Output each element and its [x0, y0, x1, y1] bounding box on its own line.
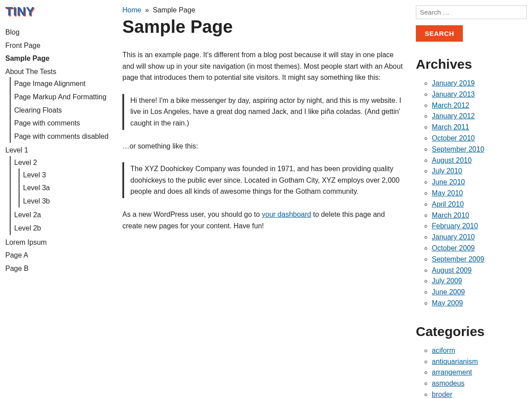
nav-link[interactable]: Blog	[5, 28, 20, 36]
archive-item: July 2009	[432, 276, 527, 287]
nav-link[interactable]: Page with comments disabled	[14, 133, 109, 140]
nav-link[interactable]: Level 2b	[14, 224, 41, 232]
archive-link[interactable]: April 2010	[432, 200, 464, 208]
search-input[interactable]	[416, 5, 527, 19]
archive-link[interactable]: July 2010	[432, 167, 462, 175]
archives-widget: Archives January 2019January 2013March 2…	[416, 57, 527, 309]
category-link[interactable]: asmodeus	[432, 379, 465, 387]
archive-item: July 2010	[432, 166, 527, 177]
content-paragraph: As a new WordPress user, you should go t…	[122, 209, 405, 231]
blockquote-text: The XYZ Doohickey Company was founded in…	[130, 163, 405, 197]
primary-nav: BlogFront PageSample PageAbout The Tests…	[5, 26, 112, 275]
nav-item: Level 2a	[14, 208, 112, 222]
nav-link[interactable]: Level 2a	[14, 211, 41, 219]
category-item: antiquarianism	[432, 356, 527, 368]
archive-item: January 2013	[432, 89, 527, 100]
nav-link[interactable]: Level 3b	[23, 197, 50, 205]
archive-item: March 2012	[432, 100, 527, 111]
archive-item: June 2009	[432, 287, 527, 298]
archive-item: September 2010	[432, 144, 527, 155]
content-text: As a new WordPress user, you should go t…	[122, 211, 262, 218]
content-blockquote: The XYZ Doohickey Company was founded in…	[122, 162, 405, 198]
archive-item: August 2010	[432, 155, 527, 166]
archive-item: October 2010	[432, 133, 527, 144]
archive-link[interactable]: August 2010	[432, 156, 472, 164]
archive-link[interactable]: May 2009	[432, 299, 463, 307]
archive-link[interactable]: October 2009	[432, 244, 475, 252]
breadcrumb-current: Sample Page	[153, 6, 196, 14]
archive-item: August 2009	[432, 265, 527, 276]
archive-link[interactable]: January 2019	[432, 79, 475, 87]
nav-item: Level 3a	[23, 181, 112, 195]
archive-link[interactable]: March 2012	[432, 102, 469, 109]
nav-link[interactable]: Clearing Floats	[14, 106, 62, 114]
dashboard-link[interactable]: your dashboard	[262, 211, 311, 218]
page-title: Sample Page	[122, 17, 405, 37]
nav-item: Level 1Level 2Level 3Level 3aLevel 3bLev…	[5, 144, 112, 235]
category-link[interactable]: aciform	[432, 347, 455, 354]
search-button[interactable]: SEARCH	[416, 25, 463, 42]
nav-link[interactable]: Page Markup And Formatting	[14, 93, 106, 101]
category-item: broder	[432, 389, 527, 399]
nav-item: Sample Page	[5, 52, 112, 65]
nav-link[interactable]: Level 3	[23, 171, 46, 179]
nav-link[interactable]: Level 1	[5, 146, 28, 154]
nav-item: Level 3	[23, 168, 112, 182]
category-link[interactable]: antiquarianism	[432, 358, 478, 365]
archive-item: March 2010	[432, 210, 527, 221]
archive-link[interactable]: January 2012	[432, 112, 475, 120]
content-blockquote: Hi there! I'm a bike messenger by day, a…	[122, 94, 405, 130]
nav-item: Blog	[5, 26, 112, 39]
nav-item: About The TestsPage Image AlignmentPage …	[5, 65, 112, 144]
archive-link[interactable]: June 2010	[432, 178, 465, 186]
category-link[interactable]: arrangement	[432, 368, 472, 376]
archive-link[interactable]: August 2009	[432, 266, 472, 274]
nav-item: Page with comments disabled	[14, 130, 112, 143]
archives-heading: Archives	[416, 57, 527, 72]
nav-link[interactable]: Level 2	[14, 159, 37, 166]
archive-item: May 2010	[432, 188, 527, 199]
archive-link[interactable]: January 2010	[432, 233, 475, 241]
category-item: arrangement	[432, 367, 527, 378]
archive-item: January 2010	[432, 232, 527, 243]
categories-heading: Categories	[416, 324, 527, 339]
nav-item: Clearing Floats	[14, 104, 112, 117]
archive-link[interactable]: March 2010	[432, 211, 469, 219]
main-content: Home » Sample Page Sample Page This is a…	[122, 5, 405, 242]
category-item: asmodeus	[432, 378, 527, 389]
nav-link[interactable]: Page with comments	[14, 119, 80, 127]
nav-item: Page Image Alignment	[14, 77, 112, 90]
archive-link[interactable]: July 2009	[432, 277, 462, 285]
nav-link[interactable]: Level 3a	[23, 184, 50, 192]
archive-link[interactable]: September 2010	[432, 145, 484, 153]
sidebar-nav: TINY BlogFront PageSample PageAbout The …	[5, 5, 112, 275]
nav-item: Level 3b	[23, 195, 112, 208]
archive-link[interactable]: January 2013	[432, 90, 475, 98]
archive-item: February 2010	[432, 221, 527, 232]
blockquote-text: Hi there! I'm a bike messenger by day, a…	[130, 95, 405, 129]
nav-link[interactable]: Lorem Ipsum	[5, 239, 47, 246]
archive-link[interactable]: June 2009	[432, 288, 465, 296]
nav-item: Level 2b	[14, 222, 112, 235]
nav-link[interactable]: Page Image Alignment	[14, 80, 86, 87]
archive-link[interactable]: February 2010	[432, 222, 478, 230]
archive-link[interactable]: September 2009	[432, 255, 484, 263]
archive-link[interactable]: May 2010	[432, 189, 463, 197]
nav-link[interactable]: Page B	[5, 265, 28, 272]
breadcrumb-separator: »	[145, 6, 149, 14]
breadcrumb-home-link[interactable]: Home	[122, 6, 141, 14]
categories-widget: Categories aciformantiquarianismarrangem…	[416, 324, 527, 399]
archive-link[interactable]: March 2011	[432, 123, 469, 131]
nav-link[interactable]: Sample Page	[5, 55, 50, 62]
nav-item: Page Markup And Formatting	[14, 90, 112, 104]
site-logo[interactable]: TINY	[5, 5, 112, 18]
nav-link[interactable]: About The Tests	[5, 68, 56, 75]
archive-link[interactable]: October 2010	[432, 134, 475, 142]
nav-link[interactable]: Page A	[5, 251, 28, 259]
category-link[interactable]: broder	[432, 391, 452, 398]
nav-item: Lorem Ipsum	[5, 236, 112, 249]
category-item: aciform	[432, 345, 527, 356]
nav-item: Page A	[5, 249, 112, 262]
nav-link[interactable]: Front Page	[5, 42, 40, 49]
archive-item: June 2010	[432, 177, 527, 188]
